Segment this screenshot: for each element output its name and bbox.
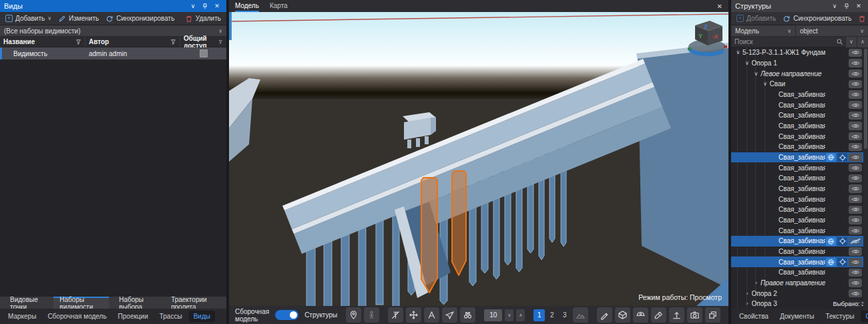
- tree-item[interactable]: Свая_забивная: [731, 236, 868, 247]
- person-location-icon[interactable]: [364, 307, 379, 323]
- camera-snapshot-icon[interactable]: [687, 307, 702, 323]
- location-pin-icon[interactable]: [346, 307, 361, 323]
- page-button[interactable]: 3: [559, 309, 570, 321]
- expand-chevron-icon[interactable]: ∨: [743, 60, 752, 66]
- visibility-eye-icon[interactable]: [849, 49, 862, 57]
- delete-button[interactable]: Удалить: [184, 15, 222, 23]
- flashlight-icon[interactable]: [651, 307, 666, 323]
- right-bottom-tab[interactable]: Свойства: [734, 311, 773, 322]
- locate-globe-icon[interactable]: [826, 153, 836, 162]
- tree-item[interactable]: Свая_забивная: [731, 204, 868, 215]
- tree-item[interactable]: › Правое направление: [731, 278, 868, 289]
- ground-up-arrow-icon[interactable]: [669, 307, 684, 323]
- chevron-down-icon[interactable]: ∨: [47, 15, 51, 21]
- scrollbar-thumb[interactable]: [864, 49, 867, 149]
- pan-move-icon[interactable]: [406, 307, 421, 323]
- tree-item[interactable]: ∨ Сваи: [731, 79, 868, 90]
- pin-icon[interactable]: [200, 1, 210, 11]
- visibility-eye-icon[interactable]: [849, 216, 862, 224]
- tree-scrollbar[interactable]: [863, 47, 868, 309]
- close-icon[interactable]: ✕: [853, 1, 864, 11]
- visibility-eye-icon[interactable]: [849, 195, 862, 204]
- tree-item[interactable]: Свая_забивная: [731, 131, 868, 142]
- model-dropdown[interactable]: Модель ∨: [731, 25, 796, 36]
- expand-chevron-icon[interactable]: ›: [743, 291, 752, 297]
- right-bottom-tab[interactable]: Текстуры: [821, 311, 859, 322]
- pin-icon[interactable]: [841, 1, 852, 11]
- column-header-author[interactable]: Автор: [85, 37, 180, 47]
- tree-item[interactable]: Свая_забивная: [731, 215, 868, 226]
- edit-button[interactable]: Изменить: [57, 12, 100, 25]
- expand-chevron-icon[interactable]: ›: [743, 301, 752, 307]
- visibility-eye-icon[interactable]: [849, 174, 862, 183]
- 3d-viewport-scene[interactable]: Z Y -X: [229, 12, 728, 306]
- right-bottom-tab[interactable]: Документы: [775, 311, 819, 322]
- visibility-eye-icon[interactable]: [849, 226, 862, 235]
- tab-model[interactable]: Модель: [235, 0, 259, 12]
- chevron-down-icon[interactable]: ∨: [829, 1, 840, 11]
- visibility-eye-icon[interactable]: [849, 80, 862, 89]
- search-next-button[interactable]: ∨: [845, 37, 857, 47]
- binoculars-icon[interactable]: [460, 307, 475, 323]
- tree-item[interactable]: Свая_забивная: [731, 152, 868, 163]
- column-header-name[interactable]: Название: [0, 37, 85, 47]
- visibility-set-row[interactable]: Видимость admin admin: [0, 47, 226, 59]
- tree-item[interactable]: Свая_забивная: [731, 194, 868, 204]
- fly-mode-icon[interactable]: [442, 307, 457, 323]
- sync-button[interactable]: Синхронизировать: [781, 12, 853, 25]
- visibility-eye-icon[interactable]: [849, 143, 862, 152]
- tree-item[interactable]: Свая_забивная: [731, 173, 868, 184]
- tree-item[interactable]: Свая_забивная: [731, 90, 868, 100]
- terrain-icon[interactable]: [573, 307, 588, 323]
- visibility-eye-icon[interactable]: [849, 206, 862, 214]
- page-button[interactable]: 2: [546, 309, 558, 321]
- visibility-eye-icon[interactable]: [849, 184, 862, 193]
- copy-cube-icon[interactable]: [705, 307, 720, 323]
- chevron-down-icon[interactable]: ∨: [188, 1, 198, 11]
- visibility-eye-icon[interactable]: [849, 59, 862, 67]
- view-category-tab[interactable]: Видовые точки: [4, 297, 49, 309]
- add-button[interactable]: + Добавить ∨: [4, 12, 53, 25]
- tab-map[interactable]: Карта: [270, 0, 288, 12]
- tree-item[interactable]: ∨ Левое направление: [731, 68, 868, 79]
- tree-item[interactable]: Свая_забивная: [731, 142, 868, 152]
- view-category-tab[interactable]: Траектории пролета: [165, 297, 222, 309]
- left-bottom-tab[interactable]: Сборочная модель: [43, 311, 111, 322]
- close-icon[interactable]: ✕: [717, 0, 722, 12]
- visibility-eye-icon[interactable]: [849, 153, 862, 162]
- visibility-eye-icon[interactable]: [849, 279, 862, 287]
- visibility-eye-icon[interactable]: [849, 258, 862, 267]
- expand-chevron-icon[interactable]: ›: [752, 280, 761, 286]
- visibility-eye-icon[interactable]: [849, 289, 862, 298]
- visibility-eye-icon[interactable]: [849, 112, 862, 120]
- visibility-eye-icon[interactable]: [849, 122, 862, 130]
- shared-checkbox[interactable]: [200, 49, 208, 57]
- visibility-eye-icon[interactable]: [849, 101, 862, 110]
- tree-item[interactable]: › Опора 2: [731, 288, 868, 299]
- tree-item[interactable]: Свая_забивная: [731, 225, 868, 236]
- visibility-eye-icon[interactable]: [849, 90, 862, 99]
- locate-globe-icon[interactable]: [826, 258, 836, 267]
- tree-item[interactable]: Свая_забивная: [731, 257, 868, 267]
- tree-item[interactable]: Свая_забивная: [731, 110, 868, 121]
- decrement-button[interactable]: ∨: [505, 309, 513, 321]
- views-panel-titlebar[interactable]: Виды ∨ ✕: [0, 0, 226, 12]
- assembly-structures-toggle[interactable]: [275, 310, 298, 320]
- left-bottom-tab[interactable]: Маркеры: [3, 311, 41, 322]
- column-header-shared[interactable]: Общий доступ: [180, 37, 226, 47]
- page-button[interactable]: 1: [533, 309, 545, 321]
- tree-item[interactable]: ∨ 5-123-Р-3.1.1-КЖ1 Фундаменты: [731, 47, 868, 58]
- search-input[interactable]: [731, 38, 834, 45]
- close-icon[interactable]: ✕: [212, 1, 222, 11]
- view-category-tab[interactable]: Наборы видимости: [53, 297, 109, 309]
- tree-item[interactable]: Свая_забивная: [731, 184, 868, 194]
- expand-chevron-icon[interactable]: ∨: [761, 81, 770, 87]
- visibility-eye-icon[interactable]: [849, 69, 862, 78]
- delete-button[interactable]: Удалить: [857, 15, 868, 23]
- tree-item[interactable]: ∨ Опора 1: [731, 58, 868, 69]
- structures-panel-titlebar[interactable]: Структуры ∨ ✕: [731, 0, 868, 12]
- annotation-a-icon[interactable]: [424, 307, 439, 323]
- speed-value-input[interactable]: [484, 309, 502, 321]
- sync-button[interactable]: Синхронизировать: [104, 12, 176, 25]
- tree-item[interactable]: Свая_забивная: [731, 247, 868, 257]
